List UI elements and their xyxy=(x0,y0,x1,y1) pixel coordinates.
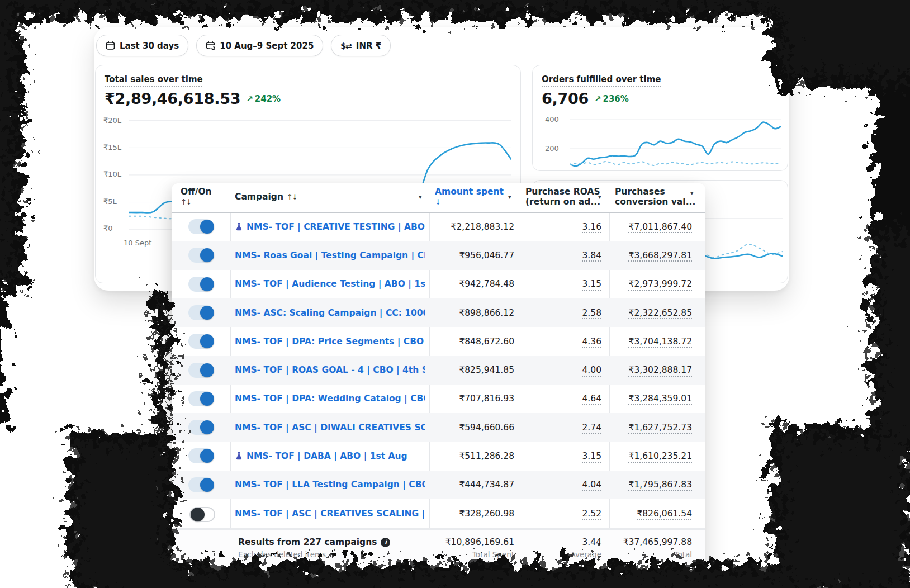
campaign-toggle[interactable] xyxy=(189,507,215,522)
sort-both-icon[interactable]: ↑↓ xyxy=(286,192,297,201)
sales-ytick-0: ₹0 xyxy=(103,224,113,233)
toggle-knob xyxy=(200,392,214,406)
table-header-row: Off/On ↑↓ Campaign ↑↓ ▾ Amount spent ↓ ▾… xyxy=(172,183,705,213)
ab-test-flask-icon xyxy=(235,452,243,461)
roas-cell[interactable]: 3.84 xyxy=(582,250,601,260)
roas-cell[interactable]: 4.00 xyxy=(582,365,601,375)
roas-cell[interactable]: 4.36 xyxy=(582,336,601,347)
campaign-toggle[interactable] xyxy=(188,420,214,435)
roas-cell[interactable]: 3.15 xyxy=(582,279,601,289)
campaign-link[interactable]: NMS- TOF | DPA: Wedding Catalog | CBO | … xyxy=(235,385,425,413)
orders-fulfilled-card: Orders fulfilled over time 6,706 ↗236% 4… xyxy=(532,65,788,171)
conversion-value-cell[interactable]: ₹7,011,867.40 xyxy=(629,222,692,232)
table-row: NMS- TOF | CREATIVE TESTING | ABO | 2...… xyxy=(172,212,705,241)
total-sales-delta: ↗242% xyxy=(246,94,281,104)
table-footer: Results from 227 campaigns i Excludes de… xyxy=(172,530,705,567)
campaign-name: NMS- TOF | DPA: Wedding Catalog | CBO | … xyxy=(235,393,425,404)
conversion-value-cell[interactable]: ₹1,610,235.21 xyxy=(629,451,692,461)
campaign-link[interactable]: NMS- TOF | DPA: Price Segments | CBO | 1… xyxy=(235,327,425,355)
table-row: NMS- TOF | DPA: Wedding Catalog | CBO | … xyxy=(172,385,705,413)
date-range-pill[interactable]: Last 30 days xyxy=(96,35,188,56)
conversion-value-cell[interactable]: ₹3,284,359.01 xyxy=(629,393,692,404)
campaign-toggle[interactable] xyxy=(188,363,214,378)
orders-value: 6,706 xyxy=(542,90,589,107)
orders-delta: ↗236% xyxy=(594,94,629,104)
chevron-down-icon[interactable]: ▾ xyxy=(419,193,422,201)
campaign-toggle[interactable] xyxy=(188,448,214,463)
campaign-toggle[interactable] xyxy=(188,334,214,349)
conversion-value-cell[interactable]: ₹826,061.54 xyxy=(637,509,692,519)
roas-cell[interactable]: 2.52 xyxy=(582,509,601,519)
conversion-value-cell[interactable]: ₹3,668,297.81 xyxy=(629,250,692,260)
campaign-name: NMS- TOF | CREATIVE TESTING | ABO | 2... xyxy=(247,222,425,232)
date-range-label: Last 30 days xyxy=(120,41,179,51)
roas-cell[interactable]: 2.74 xyxy=(582,423,601,433)
campaign-toggle[interactable] xyxy=(188,248,214,263)
chevron-down-icon[interactable]: ▾ xyxy=(508,193,511,201)
roas-cell[interactable]: 3.15 xyxy=(582,451,601,461)
chevron-down-icon[interactable]: ▾ xyxy=(690,189,694,197)
conversion-value-cell[interactable]: ₹2,973,999.72 xyxy=(629,279,692,289)
roas-cell[interactable]: 2.58 xyxy=(582,308,601,318)
toggle-knob xyxy=(200,277,214,291)
excludes-note: Excludes deleted items xyxy=(238,550,390,559)
campaign-link[interactable]: NMS- TOF | CREATIVE TESTING | ABO | 2... xyxy=(235,212,425,241)
campaign-link[interactable]: NMS- TOF | ROAS GOAL - 4 | CBO | 4th Sep… xyxy=(235,356,425,385)
conversion-value-cell[interactable]: ₹3,704,138.72 xyxy=(629,336,692,347)
table-row: NMS- TOF | DABA | ABO | 1st Aug ₹511,286… xyxy=(172,442,705,470)
date-span-label: 10 Aug–9 Sept 2025 xyxy=(220,41,314,51)
toggle-knob xyxy=(191,508,205,521)
table-row: NMS- TOF | ASC | DIWALI CREATIVES SCAL..… xyxy=(172,413,705,442)
campaign-link[interactable]: NMS- TOF | Audience Testing | ABO | 1st … xyxy=(235,270,425,298)
campaign-link[interactable]: NMS- TOF | ASC | DIWALI CREATIVES SCAL..… xyxy=(235,413,425,442)
amount-spent-cell: ₹825,941.85 xyxy=(435,356,514,385)
conversion-value-cell[interactable]: ₹1,627,752.73 xyxy=(629,423,692,433)
header-campaign[interactable]: Campaign ↑↓ xyxy=(235,192,297,202)
sort-down-icon[interactable]: ↓ xyxy=(435,197,440,206)
campaign-link[interactable]: NMS- TOF | DABA | ABO | 1st Aug xyxy=(235,442,425,470)
trend-up-icon: ↗ xyxy=(246,94,253,104)
toggle-knob xyxy=(200,478,214,492)
orders-title[interactable]: Orders fulfilled over time xyxy=(542,74,661,84)
chevron-down-icon[interactable]: ▾ xyxy=(598,193,601,201)
campaign-link[interactable]: NMS- TOF | LLA Testing Campaign | CBO | … xyxy=(235,471,425,499)
header-purchases-conversion[interactable]: Purchases conversion val... xyxy=(615,187,695,207)
orders-ytick-200: 200 xyxy=(545,144,559,153)
amount-spent-cell: ₹511,286.28 xyxy=(435,442,514,470)
campaign-name: NMS- TOF | LLA Testing Campaign | CBO | … xyxy=(235,480,425,490)
conversion-value-cell[interactable]: ₹3,302,888.17 xyxy=(629,365,692,375)
roas-cell[interactable]: 4.64 xyxy=(582,393,601,404)
roas-cell[interactable]: 4.04 xyxy=(582,480,601,490)
date-span-pill[interactable]: 10 Aug–9 Sept 2025 xyxy=(196,35,323,56)
campaign-link[interactable]: NMS- Roas Goal | Testing Campaign | CBO … xyxy=(235,241,425,269)
campaign-toggle[interactable] xyxy=(188,391,214,406)
conversion-value-cell[interactable]: ₹2,322,652.85 xyxy=(629,308,692,318)
table-row: NMS- TOF | LLA Testing Campaign | CBO | … xyxy=(172,471,705,499)
info-icon[interactable]: i xyxy=(381,538,390,547)
campaign-toggle[interactable] xyxy=(188,477,214,492)
campaign-toggle[interactable] xyxy=(188,305,214,320)
campaign-toggle[interactable] xyxy=(188,277,214,292)
total-sales-title[interactable]: Total sales over time xyxy=(105,74,203,84)
currency-pill[interactable]: $⇄ INR ₹ xyxy=(331,35,391,56)
toggle-knob xyxy=(200,334,214,348)
campaign-toggle[interactable] xyxy=(188,219,214,234)
header-purchase-roas[interactable]: Purchase ROAS (return on ad... xyxy=(525,187,600,207)
campaign-link[interactable]: NMS- TOF | ASC | CREATIVES SCALING | CB.… xyxy=(235,499,425,528)
total-conversion-value: ₹37,465,997.88 xyxy=(615,537,692,547)
conversion-value-cell[interactable]: ₹1,795,867.83 xyxy=(629,480,692,490)
header-off-on[interactable]: Off/On ↑↓ xyxy=(181,187,212,207)
sort-both-icon[interactable]: ↑↓ xyxy=(181,197,191,206)
amount-spent-cell: ₹707,816.93 xyxy=(435,385,514,413)
amount-spent-cell: ₹942,784.48 xyxy=(435,270,514,298)
roas-cell[interactable]: 3.16 xyxy=(582,222,601,232)
calendar-icon xyxy=(106,41,115,50)
amount-spent-cell: ₹848,672.60 xyxy=(435,327,514,355)
campaign-link[interactable]: NMS- ASC: Scaling Campaign | CC: 1000 | … xyxy=(235,298,425,327)
header-amount-spent[interactable]: Amount spent ↓ xyxy=(435,187,504,207)
results-count: Results from 227 campaigns xyxy=(238,537,377,547)
table-row: NMS- TOF | Audience Testing | ABO | 1st … xyxy=(172,270,705,298)
table-row: NMS- ASC: Scaling Campaign | CC: 1000 | … xyxy=(172,298,705,327)
campaign-name: NMS- TOF | ASC | DIWALI CREATIVES SCAL..… xyxy=(235,423,425,433)
toggle-knob xyxy=(200,306,214,320)
